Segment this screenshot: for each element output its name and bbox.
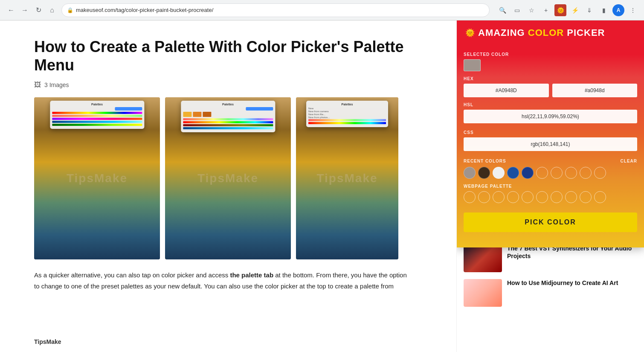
recent-color-1[interactable] <box>464 167 476 179</box>
sidebar-article-item-2: How to Use Midjourney to Create AI Art <box>464 279 637 307</box>
hex-label: HEX <box>464 76 637 81</box>
popup-header: 🌞 AMAZING COLOR PICKER <box>457 20 644 44</box>
article-sidebar: The 7 Best VST Synthesizers for Your Aud… <box>457 238 644 352</box>
artwork-bg-1: Palettes <box>34 97 160 259</box>
new-tab-button[interactable]: + <box>540 4 552 16</box>
palette-color-2[interactable] <box>478 191 490 203</box>
recent-color-6[interactable] <box>536 167 548 179</box>
ext-icon-symbol: 🌞 <box>557 7 564 14</box>
selected-color-swatch <box>464 59 481 71</box>
article-thumb-vst <box>464 244 502 272</box>
article-title-midjourney[interactable]: How to Use Midjourney to Create AI Art <box>507 279 618 287</box>
sidebar-article-item-1: The 7 Best VST Synthesizers for Your Aud… <box>464 244 637 272</box>
palette-color-10[interactable] <box>594 191 606 203</box>
article-title: How to Create a Palette With Color Picke… <box>34 38 409 74</box>
color-picker-popup: 🌞 AMAZING COLOR PICKER SELECTED COLOR HE… <box>457 20 644 247</box>
download-button[interactable]: ⇓ <box>583 4 595 16</box>
css-label: CSS <box>464 130 637 135</box>
forward-button[interactable]: → <box>19 4 31 16</box>
palette-color-3[interactable] <box>493 191 505 203</box>
clear-button[interactable]: CLEAR <box>621 159 637 163</box>
url-text: makeuseof.com/tag/color-picker-paint-buc… <box>76 7 213 13</box>
recent-color-4[interactable] <box>507 167 519 179</box>
device-frame-1: Palettes <box>34 97 160 259</box>
gallery-item-3: Palettes New New from camera New from fi… <box>296 97 398 259</box>
recent-color-7[interactable] <box>551 167 563 179</box>
hex-row <box>464 84 637 97</box>
recent-colors-label: RECENT COLORS <box>464 159 506 163</box>
tab-strip-button[interactable]: ▮ <box>598 4 610 16</box>
reload-button[interactable]: ↻ <box>32 4 44 16</box>
footer-brand: TipsMake <box>34 338 61 345</box>
popup-title: AMAZING COLOR PICKER <box>478 27 605 38</box>
article-body: As a quicker alternative, you can also t… <box>34 270 409 291</box>
title-part1: AMAZING <box>478 27 528 38</box>
watermark-2: TipsMake <box>197 172 258 185</box>
body-bold: the palette tab <box>230 271 273 279</box>
browser-chrome: ← → ↻ ⌂ 🔒 makeuseof.com/tag/color-picker… <box>0 0 644 20</box>
gallery-item-2: Palettes TipsMake <box>165 97 291 259</box>
hex-input-2[interactable] <box>552 84 638 97</box>
profile-button[interactable]: A <box>612 4 624 16</box>
home-button[interactable]: ⌂ <box>46 4 58 16</box>
paint-icon: 🌞 <box>465 28 475 38</box>
page-content: How to Create a Palette With Color Picke… <box>0 20 644 352</box>
webpage-palette-label: WEBPAGE PALETTE <box>464 184 637 189</box>
article-thumb-midjourney <box>464 279 502 307</box>
palette-color-6[interactable] <box>536 191 548 203</box>
lock-icon: 🔒 <box>67 7 73 13</box>
title-part2: COLOR <box>528 27 564 38</box>
tab-cast-button[interactable]: ▭ <box>511 4 523 16</box>
gallery-item-1: Palettes TipsMake <box>34 97 160 259</box>
recent-color-3[interactable] <box>493 167 505 179</box>
article-area: How to Create a Palette With Color Picke… <box>0 20 456 352</box>
extension-icon[interactable]: 🌞 <box>554 4 566 16</box>
recent-color-8[interactable] <box>565 167 577 179</box>
recent-color-5[interactable] <box>522 167 534 179</box>
recent-colors-row <box>464 167 637 179</box>
palette-color-4[interactable] <box>507 191 519 203</box>
nav-buttons: ← → ↻ ⌂ <box>5 4 58 16</box>
recent-color-2[interactable] <box>478 167 490 179</box>
images-count-row: 🖼 3 Images <box>34 81 439 89</box>
webpage-palette-row <box>464 191 637 203</box>
palette-color-7[interactable] <box>551 191 563 203</box>
address-bar[interactable]: 🔒 makeuseof.com/tag/color-picker-paint-b… <box>61 3 490 17</box>
body-text-1: As a quicker alternative, you can also t… <box>34 271 230 279</box>
hsl-input[interactable] <box>464 110 637 123</box>
popup-body: SELECTED COLOR HEX HSL CSS REC <box>457 44 644 239</box>
search-button[interactable]: 🔍 <box>496 4 508 16</box>
back-button[interactable]: ← <box>5 4 17 16</box>
images-icon: 🖼 <box>34 81 41 89</box>
title-part3: PICKER <box>564 27 605 38</box>
hsl-label: HSL <box>464 102 637 107</box>
pick-color-button[interactable]: PICK COLOR <box>464 212 637 232</box>
extensions-button[interactable]: ⚡ <box>569 4 581 16</box>
hex-input-1[interactable] <box>464 84 549 97</box>
bookmark-button[interactable]: ☆ <box>525 4 537 16</box>
css-input[interactable] <box>464 137 637 151</box>
browser-actions: 🔍 ▭ ☆ + 🌞 ⚡ ⇓ ▮ A ⋮ <box>496 4 639 16</box>
right-sidebar: 🌞 AMAZING COLOR PICKER SELECTED COLOR HE… <box>456 20 644 352</box>
image-gallery: Palettes TipsMake <box>34 97 439 259</box>
recent-color-9[interactable] <box>580 167 592 179</box>
palette-color-9[interactable] <box>580 191 592 203</box>
palette-color-5[interactable] <box>522 191 534 203</box>
recent-color-10[interactable] <box>594 167 606 179</box>
palette-color-8[interactable] <box>565 191 577 203</box>
menu-button[interactable]: ⋮ <box>627 4 639 16</box>
palette-color-1[interactable] <box>464 191 476 203</box>
recent-colors-header: RECENT COLORS CLEAR <box>464 159 637 163</box>
watermark-3: TipsMake <box>316 172 377 185</box>
selected-color-label: SELECTED COLOR <box>464 52 637 57</box>
selected-color-row <box>464 59 637 71</box>
images-count-text: 3 Images <box>44 81 69 88</box>
